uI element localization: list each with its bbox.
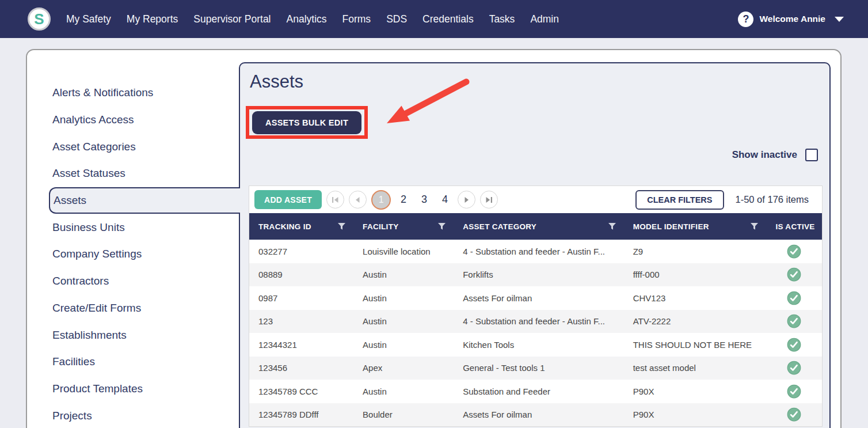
active-check-icon <box>787 291 801 305</box>
show-inactive-label: Show inactive <box>732 149 797 161</box>
nav-item[interactable]: Forms <box>342 13 371 25</box>
active-check-icon <box>787 407 801 422</box>
nav-item[interactable]: SDS <box>386 13 407 25</box>
page-number-button[interactable]: 4 <box>437 194 453 206</box>
show-inactive-checkbox[interactable] <box>805 149 818 161</box>
model-identifier-cell: THIS SHOULD NOT BE HERE <box>624 340 767 350</box>
table-row[interactable]: 12345789 DDfffBoulderAssets For oilmanP9… <box>249 403 822 427</box>
is-active-cell <box>766 314 822 328</box>
asset-category-cell: General - Test tools 1 <box>454 363 624 373</box>
is-active-cell <box>766 267 822 282</box>
sidebar-item-asset-categories[interactable]: Asset Categories <box>49 133 240 160</box>
column-header-model-identifier[interactable]: MODEL IDENTIFIER <box>624 213 767 240</box>
annotation-box: ASSETS BULK EDIT <box>246 106 368 139</box>
table-row[interactable]: 12345789 CCCAustinSubstation and FeederP… <box>249 380 822 403</box>
clear-filters-button[interactable]: CLEAR FILTERS <box>635 190 724 210</box>
sidebar-item-assets[interactable]: Assets <box>49 187 240 214</box>
is-active-cell <box>766 407 822 422</box>
app-logo-letter: S <box>34 12 44 26</box>
sidebar-item-asset-statuses[interactable]: Asset Statuses <box>49 160 240 187</box>
column-header-asset-category[interactable]: ASSET CATEGORY <box>454 213 624 240</box>
column-header-label: ASSET CATEGORY <box>463 222 536 231</box>
sidebar-item-label: Product Templates <box>52 382 143 395</box>
tracking-id-cell: 12344321 <box>249 340 353 350</box>
annotation-arrow <box>371 75 475 132</box>
assets-bulk-edit-button[interactable]: ASSETS BULK EDIT <box>252 111 361 134</box>
active-check-icon <box>787 314 801 328</box>
last-page-button[interactable] <box>480 191 498 209</box>
tracking-id-cell: 0987 <box>249 293 353 303</box>
sidebar-item-label: Asset Statuses <box>52 167 125 180</box>
nav-item[interactable]: Supervisor Portal <box>193 13 271 25</box>
assets-panel: Assets ASSETS BULK EDIT Show inactive AD… <box>239 62 831 428</box>
nav-item[interactable]: My Safety <box>66 13 111 25</box>
current-page-indicator[interactable]: 1 <box>371 190 391 210</box>
active-check-icon <box>787 267 801 282</box>
sidebar-item-projects[interactable]: Projects <box>49 402 240 428</box>
column-header-facility[interactable]: FACILITY <box>353 213 454 240</box>
sidebar-item-alerts-notifications[interactable]: Alerts & Notifications <box>49 79 240 107</box>
active-check-icon <box>787 338 801 352</box>
nav-item[interactable]: Credentials <box>422 13 474 25</box>
sidebar-item-create-edit-forms[interactable]: Create/Edit Forms <box>49 295 240 322</box>
user-menu[interactable]: ? Welcome Annie <box>738 12 844 27</box>
column-header-tracking-id[interactable]: TRACKING ID <box>249 213 353 240</box>
tracking-id-cell: 123456 <box>249 363 353 373</box>
next-page-button[interactable] <box>458 191 475 209</box>
sidebar-item-label: Business Units <box>52 221 125 234</box>
nav-item[interactable]: Admin <box>530 13 559 25</box>
asset-category-cell: Assets For oilman <box>454 410 624 419</box>
table-row[interactable]: 12344321AustinKitchen ToolsTHIS SHOULD N… <box>249 333 822 357</box>
is-active-cell <box>766 361 822 375</box>
nav-item[interactable]: Analytics <box>287 13 327 25</box>
items-count-label: 1-50 of 176 items <box>736 194 809 205</box>
tracking-id-cell: 08889 <box>249 270 353 279</box>
sidebar-item-product-templates[interactable]: Product Templates <box>49 376 240 403</box>
app-logo[interactable]: S <box>28 7 51 31</box>
facility-cell: Apex <box>353 363 454 373</box>
filter-funnel-icon[interactable] <box>338 223 345 230</box>
sidebar-item-contractors[interactable]: Contractors <box>49 268 240 295</box>
table-row[interactable]: 123456ApexGeneral - Test tools 1test ass… <box>249 357 822 380</box>
help-icon[interactable]: ? <box>738 12 753 27</box>
sidebar-item-label: Projects <box>52 410 92 422</box>
filter-funnel-icon[interactable] <box>608 223 616 230</box>
tracking-id-cell: 123 <box>249 316 353 326</box>
facility-cell: Boulder <box>353 410 454 419</box>
sidebar-item-company-settings[interactable]: Company Settings <box>49 241 240 268</box>
model-identifier-cell: CHV123 <box>624 293 767 303</box>
table-row[interactable]: 08889AustinForkliftsffff-000 <box>249 263 822 287</box>
asset-category-cell: 4 - Substation and feeder - Austin F... <box>454 316 624 326</box>
sidebar-item-analytics-access[interactable]: Analytics Access <box>49 107 240 134</box>
nav-item[interactable]: My Reports <box>127 13 178 25</box>
facility-cell: Austin <box>353 293 454 303</box>
is-active-cell <box>766 384 822 399</box>
facility-cell: Louisville location <box>353 247 454 256</box>
first-page-button[interactable] <box>326 191 344 209</box>
filter-funnel-icon[interactable] <box>751 223 758 230</box>
table-row[interactable]: 0987AustinAssets For oilmanCHV123 <box>249 286 822 310</box>
top-nav: S My SafetyMy ReportsSupervisor PortalAn… <box>0 0 868 38</box>
tracking-id-cell: 032277 <box>249 247 353 256</box>
sidebar-item-business-units[interactable]: Business Units <box>49 214 240 241</box>
page-title: Assets <box>250 71 303 92</box>
chevron-down-icon[interactable] <box>835 17 844 22</box>
nav-item[interactable]: Tasks <box>489 13 515 25</box>
previous-page-button[interactable] <box>349 191 367 209</box>
add-asset-button[interactable]: ADD ASSET <box>254 190 322 209</box>
sidebar-item-label: Analytics Access <box>52 113 134 126</box>
page-number-button[interactable]: 3 <box>416 194 432 206</box>
sidebar-item-label: Facilities <box>52 355 95 368</box>
active-check-icon <box>787 384 801 399</box>
table-row[interactable]: 123Austin4 - Substation and feeder - Aus… <box>249 310 822 334</box>
table-toolbar: ADD ASSET 1234 CLEAR FILTERS 1-50 of 176… <box>249 186 822 213</box>
sidebar-item-facilities[interactable]: Facilities <box>49 349 240 376</box>
page-number-button[interactable]: 2 <box>395 194 412 206</box>
sidebar-item-establishments[interactable]: Establishments <box>49 321 240 349</box>
table-row[interactable]: 032277Louisville location4 - Substation … <box>249 240 822 263</box>
sidebar-item-label: Create/Edit Forms <box>52 302 141 315</box>
is-active-cell <box>766 338 822 352</box>
filter-funnel-icon[interactable] <box>438 223 446 230</box>
active-check-icon <box>787 361 801 375</box>
column-header-is-active[interactable]: IS ACTIVE <box>766 213 822 240</box>
